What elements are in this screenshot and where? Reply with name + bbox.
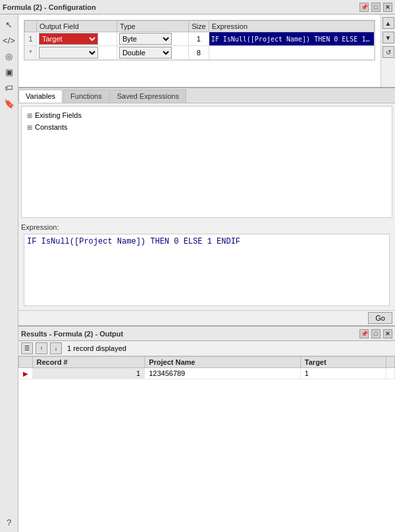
config-table-area: Output Field Type Size Expression 1 (18, 14, 381, 87)
results-toolbar: ☰ ↑ ↓ 1 record displayed (18, 341, 395, 356)
tab-saved-expressions[interactable]: Saved Expressions (110, 90, 186, 103)
expand-icon-existing-fields[interactable]: ⊞ (24, 110, 35, 120)
results-table: Record # Project Name Target ▶ 1 12 (18, 356, 395, 379)
maximize-button[interactable]: □ (371, 3, 381, 12)
col-type-header: Type (117, 21, 188, 32)
expression-box[interactable]: IF IsNull([Project Name]) THEN 0 ELSE 1 … (24, 234, 390, 306)
row-2-field-select[interactable] (39, 47, 98, 59)
tree-item-existing-fields[interactable]: ⊞ Existing Fields (24, 109, 389, 121)
result-row-1: ▶ 1 123456789 1 (19, 368, 395, 379)
results-pin-button[interactable]: 📌 (359, 329, 369, 338)
results-close-button[interactable]: ✕ (383, 329, 392, 338)
tree-label-constants: Constants (35, 123, 68, 131)
row-2-expression (209, 46, 374, 60)
title-bar-controls: 📌 □ ✕ (359, 3, 392, 12)
row-2-field[interactable] (37, 46, 117, 60)
expression-section: Expression: IF IsNull([Project Name]) TH… (18, 221, 395, 310)
tab-variables[interactable]: Variables (18, 90, 63, 103)
move-down-button[interactable]: ▼ (382, 32, 394, 43)
results-list-icon[interactable]: ☰ (21, 342, 33, 354)
row-1-record-num: 1 (32, 368, 145, 379)
results-section: Results - Formula (2) - Output 📌 □ ✕ ☰ ↑… (18, 327, 395, 532)
table-container[interactable]: Output Field Type Size Expression 1 (24, 20, 375, 61)
title-bar: Formula (2) - Configuration 📌 □ ✕ (0, 0, 395, 14)
bookmark-icon[interactable]: 🔖 (2, 96, 16, 111)
content-area: Output Field Type Size Expression 1 (18, 14, 395, 532)
row-1-field-select[interactable]: Target (39, 33, 98, 45)
row-1-size: 1 (189, 32, 209, 46)
results-status-text: 1 record displayed (67, 344, 126, 352)
cursor-icon[interactable]: ↖ (2, 17, 16, 32)
row-1-expression[interactable]: IF IsNull([Project Name]) THEN 0 ELSE 1 … (209, 32, 374, 46)
table-row: 1 Target Byte (25, 32, 375, 46)
pin-button[interactable]: 📌 (359, 3, 369, 12)
row-1-target: 1 (300, 368, 386, 379)
row-2-type[interactable]: Double (117, 46, 188, 60)
title-bar-text: Formula (2) - Configuration (3, 3, 96, 11)
config-panel-inner: Output Field Type Size Expression 1 (18, 14, 395, 87)
square-icon[interactable]: ▣ (2, 65, 16, 79)
col-indicator-header (19, 357, 33, 368)
config-right-buttons: ▲ ▼ ↺ (381, 14, 395, 87)
results-title-controls: 📌 □ ✕ (359, 329, 392, 338)
row-2-size: 8 (189, 46, 209, 60)
tab-functions[interactable]: Functions (63, 90, 109, 103)
row-2-type-select[interactable]: Double (119, 47, 172, 59)
row-arrow-icon: ▶ (23, 370, 28, 377)
go-button[interactable]: Go (368, 312, 392, 324)
tag-icon[interactable]: 🏷 (2, 80, 16, 95)
code-icon[interactable]: </> (2, 33, 16, 47)
tree-panel[interactable]: ⊞ Existing Fields ⊞ Constants (21, 106, 392, 218)
col-project-name-header: Project Name (145, 357, 301, 368)
col-output-header: Output Field (37, 21, 117, 32)
col-size-header: Size (189, 21, 209, 32)
tree-item-constants[interactable]: ⊞ Constants (24, 121, 389, 133)
row-1-project-name: 123456789 (145, 368, 301, 379)
config-panel: Output Field Type Size Expression 1 (18, 14, 395, 88)
move-up-button[interactable]: ▲ (382, 17, 394, 29)
results-down-button[interactable]: ↓ (50, 342, 62, 354)
table-row: * Double (25, 46, 375, 60)
row-1-field[interactable]: Target (37, 32, 117, 46)
field-table: Output Field Type Size Expression 1 (24, 20, 375, 60)
results-title-bar: Results - Formula (2) - Output 📌 □ ✕ (18, 327, 395, 341)
middle-panel: Variables Functions Saved Expressions ⊞ … (18, 88, 395, 327)
row-1-indicator: ▶ (19, 368, 33, 379)
col-expr-header: Expression (209, 21, 374, 32)
help-icon[interactable]: ? (2, 515, 16, 529)
tabs: Variables Functions Saved Expressions (18, 88, 395, 103)
row-2-num: * (25, 46, 37, 60)
row-1-spacer (386, 368, 395, 379)
results-up-button[interactable]: ↑ (36, 342, 47, 354)
col-num-header (25, 21, 37, 32)
tree-label-existing-fields: Existing Fields (35, 111, 82, 119)
expand-icon-constants[interactable]: ⊞ (24, 122, 35, 132)
row-1-type[interactable]: Byte (117, 32, 188, 46)
expression-label: Expression: (21, 223, 392, 231)
results-maximize-button[interactable]: □ (371, 329, 381, 338)
close-button[interactable]: ✕ (383, 3, 392, 12)
expression-footer: Go (18, 310, 395, 325)
col-target-header: Target (300, 357, 386, 368)
col-record-header: Record # (32, 357, 145, 368)
col-scroll-spacer (386, 357, 395, 368)
row-1-num: 1 (25, 32, 37, 46)
recycle-button[interactable]: ↺ (382, 46, 394, 58)
circle-icon[interactable]: ◎ (2, 49, 16, 63)
main-container: ↖ </> ◎ ▣ 🏷 🔖 ? Output Field (0, 14, 395, 532)
results-table-container[interactable]: Record # Project Name Target ▶ 1 12 (18, 356, 395, 532)
results-title-text: Results - Formula (2) - Output (21, 330, 123, 338)
row-1-type-select[interactable]: Byte (119, 33, 172, 45)
sidebar: ↖ </> ◎ ▣ 🏷 🔖 ? (0, 14, 18, 532)
